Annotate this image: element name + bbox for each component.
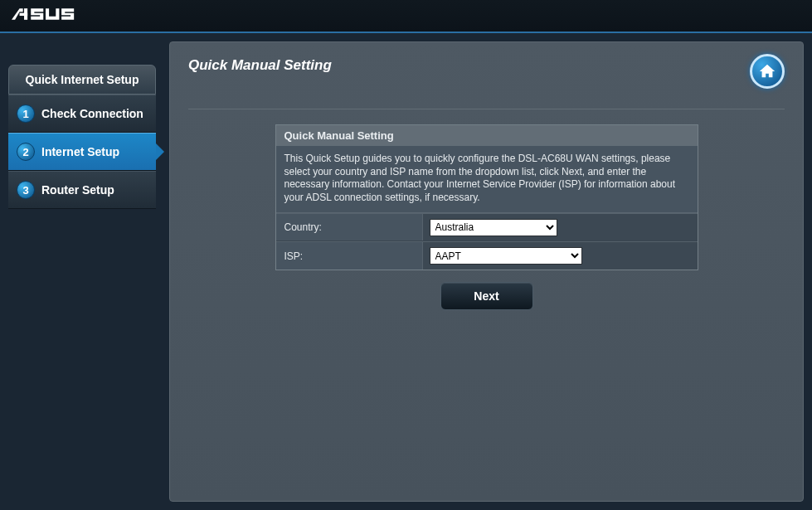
step-label: Router Setup (41, 183, 114, 197)
step-check-connection[interactable]: 1 Check Connection (8, 95, 156, 133)
step-number-icon: 3 (17, 181, 35, 199)
step-router-setup[interactable]: 3 Router Setup (8, 171, 156, 209)
next-button[interactable]: Next (440, 282, 533, 310)
sidebar-title: Quick Internet Setup (8, 65, 156, 95)
step-label: Internet Setup (41, 145, 119, 158)
isp-select[interactable]: AAPT (430, 247, 582, 265)
country-select[interactable]: Australia (430, 219, 557, 236)
step-number-icon: 2 (17, 143, 35, 161)
isp-label: ISP: (276, 250, 422, 262)
panel-description: This Quick Setup guides you to quickly c… (276, 146, 698, 213)
page-title: Quick Manual Setting (188, 57, 332, 74)
brand-logo (12, 4, 80, 27)
country-cell: Australia (422, 214, 698, 240)
content-header: Quick Manual Setting (188, 56, 785, 109)
home-button[interactable] (750, 54, 785, 89)
row-isp: ISP: AAPT (276, 241, 698, 270)
settings-panel: Quick Manual Setting This Quick Setup gu… (275, 124, 698, 270)
svg-rect-2 (24, 8, 27, 20)
button-row: Next (188, 282, 785, 310)
panel-title: Quick Manual Setting (276, 125, 698, 146)
home-icon (758, 62, 776, 80)
row-country: Country: Australia (276, 213, 698, 241)
wizard-sidebar: Quick Internet Setup 1 Check Connection … (0, 33, 164, 510)
step-internet-setup[interactable]: 2 Internet Setup (8, 133, 156, 171)
step-label: Check Connection (41, 107, 143, 120)
country-label: Country: (276, 221, 422, 233)
isp-cell: AAPT (422, 242, 698, 270)
step-number-icon: 1 (17, 104, 35, 123)
main-panel: Quick Manual Setting Quick Manual Settin… (169, 41, 804, 502)
app-header (0, 0, 812, 33)
